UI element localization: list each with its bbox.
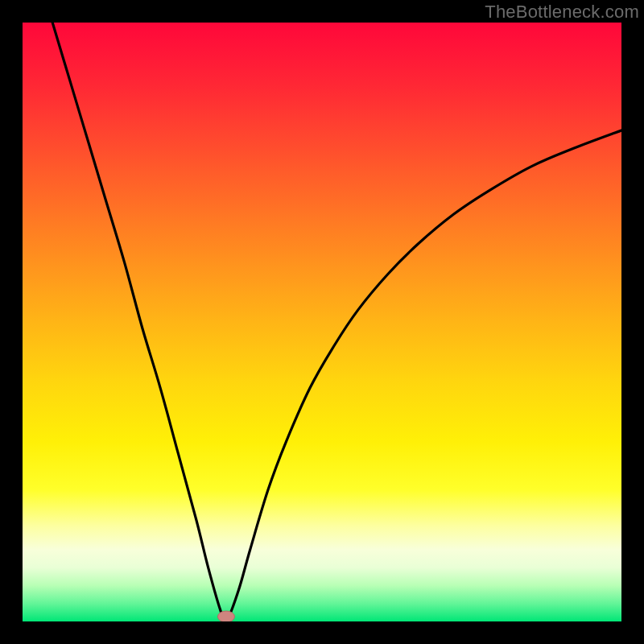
minimum-marker xyxy=(217,611,234,621)
bottleneck-chart xyxy=(23,23,621,621)
gradient-background xyxy=(23,23,621,621)
chart-frame xyxy=(23,23,621,621)
watermark-text: TheBottleneck.com xyxy=(485,2,639,23)
